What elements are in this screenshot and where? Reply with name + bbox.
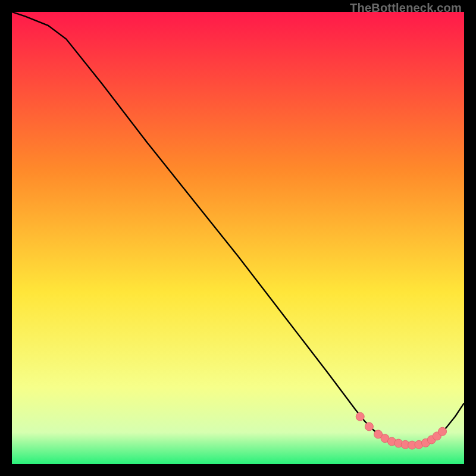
gradient-background: [12, 12, 464, 464]
plot-svg: [12, 12, 464, 464]
marker-dot: [365, 422, 373, 431]
marker-dot: [439, 427, 447, 436]
plot-area: [12, 12, 464, 464]
watermark-text: TheBottleneck.com: [350, 1, 462, 15]
chart-stage: TheBottleneck.com: [0, 0, 476, 476]
marker-dot: [356, 412, 364, 421]
